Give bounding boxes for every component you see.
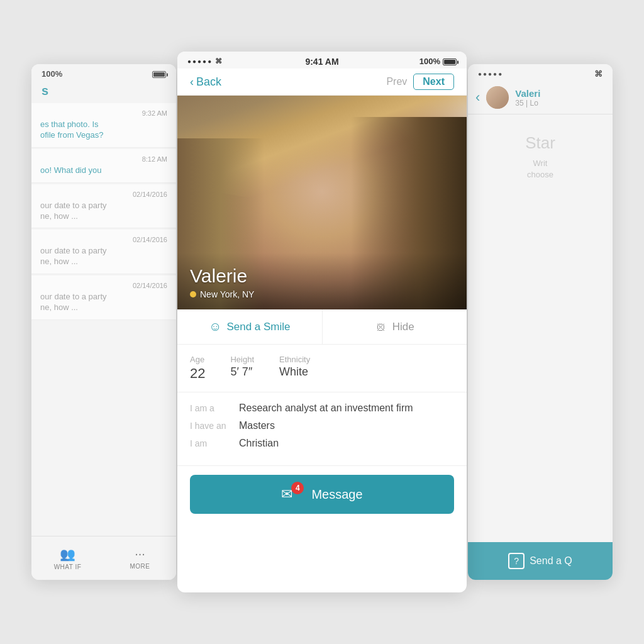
- list-item[interactable]: 8:12 AM oo! What did you: [31, 149, 176, 183]
- center-battery-label: 100%: [419, 57, 440, 66]
- height-value: 5′ 7″: [230, 365, 254, 379]
- message-text: our date to a partyne, how ...: [40, 292, 167, 313]
- question-icon: ?: [508, 553, 525, 569]
- wifi-icon: ⌘: [215, 57, 222, 65]
- center-time: 9:41 AM: [305, 57, 338, 67]
- left-battery-label: 100%: [42, 69, 62, 79]
- people-icon: 👥: [60, 547, 75, 562]
- start-sub: Writchoose: [527, 158, 553, 180]
- left-nav-title: s: [42, 84, 48, 98]
- ethnicity-label: Ethnicity: [279, 355, 310, 364]
- left-bottom-bar: 👥 WHAT IF ··· MORE: [31, 536, 176, 580]
- send-question-button[interactable]: ? Send a Q: [508, 553, 572, 569]
- details-row: Age 22 Height 5′ 7″ Ethnicity White: [190, 355, 454, 382]
- list-item[interactable]: 02/14/2016 our date to a partyne, how ..…: [31, 230, 176, 274]
- bio-value-occupation: Research analyst at an investment firm: [239, 402, 413, 414]
- hide-label: Hide: [392, 321, 414, 333]
- message-time: 8:12 AM: [40, 155, 167, 163]
- bio-label-education: I have an: [190, 421, 234, 431]
- age-label: Age: [190, 355, 205, 364]
- bio-value-religion: Christian: [239, 438, 279, 449]
- message-icon-wrap: ✉ 4: [281, 486, 305, 502]
- action-buttons: ☺ Send a Smile ⦻ Hide: [177, 309, 467, 345]
- ethnicity-value: White: [279, 365, 310, 379]
- send-question-label: Send a Q: [530, 555, 572, 567]
- profile-overlay: Valerie New York, NY: [177, 253, 467, 309]
- ethnicity-detail: Ethnicity White: [279, 355, 310, 382]
- message-text: oo! What did you: [40, 165, 167, 176]
- chevron-left-icon: ‹: [190, 75, 194, 89]
- age-detail: Age 22: [190, 355, 205, 382]
- center-signal: ●●●●● ⌘: [187, 57, 222, 65]
- right-user-info: Valeri 35 | Lo: [515, 88, 605, 108]
- start-title: Star: [525, 133, 555, 153]
- bio-value-education: Masters: [239, 420, 275, 431]
- bio-row-religion: I am Christian: [190, 438, 454, 449]
- right-wifi-icon: ⌘: [594, 69, 602, 79]
- right-status-bar: ●●●●● ⌘: [468, 64, 613, 81]
- list-item[interactable]: 9:32 AM es that photo. Isofile from Vega…: [31, 103, 176, 148]
- tab-what-if-label: WHAT IF: [54, 564, 82, 570]
- left-battery-icon: [152, 69, 166, 79]
- message-time: 02/14/2016: [40, 236, 167, 243]
- left-nav: s: [31, 81, 176, 103]
- center-battery-group: 100%: [419, 57, 457, 66]
- tab-more[interactable]: ··· MORE: [104, 547, 176, 570]
- right-back-button[interactable]: ‹: [475, 89, 480, 106]
- bio-label-occupation: I am a: [190, 403, 234, 413]
- message-button-container: ✉ 4 Message: [177, 466, 467, 523]
- bio-section: I am a Research analyst at an investment…: [177, 392, 467, 466]
- message-badge: 4: [291, 482, 304, 494]
- x-circle-icon: ⦻: [375, 319, 387, 334]
- smile-icon: ☺: [209, 319, 221, 334]
- more-icon: ···: [135, 547, 145, 561]
- center-nav: ‹ Back Prev Next: [177, 69, 467, 96]
- message-text: our date to a partyne, how ...: [40, 246, 167, 267]
- left-phone-screen: 100% s 9:32 AM es that photo. Isofile fr…: [31, 64, 176, 580]
- center-battery-icon: [443, 57, 457, 66]
- hide-button[interactable]: ⦻ Hide: [323, 309, 467, 344]
- list-item[interactable]: 02/14/2016 our date to a partyne, how ..…: [31, 184, 176, 229]
- prev-next-controls: Prev Next: [386, 74, 454, 90]
- profile-location: New York, NY: [190, 289, 454, 299]
- back-button[interactable]: ‹ Back: [190, 75, 221, 89]
- right-user-sub: 35 | Lo: [515, 99, 605, 108]
- next-button[interactable]: Next: [413, 74, 454, 90]
- profile-name: Valerie: [190, 265, 454, 287]
- height-detail: Height 5′ 7″: [230, 355, 254, 382]
- tab-what-if[interactable]: 👥 WHAT IF: [31, 547, 104, 570]
- right-chat-area: Star Writchoose: [468, 114, 613, 199]
- message-time: 02/14/2016: [40, 282, 167, 289]
- smile-label: Send a Smile: [226, 321, 290, 333]
- avatar: [486, 86, 509, 109]
- center-phone-screen: ●●●●● ⌘ 9:41 AM 100% ‹ Back Prev Next Va…: [177, 52, 467, 592]
- right-signal-dots: ●●●●●: [478, 70, 503, 77]
- bio-row-education: I have an Masters: [190, 420, 454, 431]
- back-label: Back: [196, 75, 221, 89]
- height-label: Height: [230, 355, 254, 364]
- message-text: our date to a partyne, how ...: [40, 201, 167, 222]
- send-smile-button[interactable]: ☺ Send a Smile: [177, 309, 323, 344]
- age-value: 22: [190, 365, 205, 382]
- location-text: New York, NY: [200, 289, 254, 299]
- prev-button[interactable]: Prev: [386, 76, 407, 87]
- profile-photo: Valerie New York, NY: [177, 96, 467, 309]
- right-phone-screen: ●●●●● ⌘ ‹ Valeri 35 | Lo Star Writchoose…: [468, 64, 613, 580]
- message-button[interactable]: ✉ 4 Message: [190, 475, 454, 514]
- message-list: 9:32 AM es that photo. Isofile from Vega…: [31, 103, 176, 321]
- left-status-bar: 100%: [31, 64, 176, 81]
- message-button-label: Message: [311, 487, 362, 502]
- right-bottom-bar: ? Send a Q: [468, 542, 613, 580]
- profile-details: Age 22 Height 5′ 7″ Ethnicity White: [177, 345, 467, 392]
- message-time: 02/14/2016: [40, 191, 167, 198]
- bio-row-occupation: I am a Research analyst at an investment…: [190, 402, 454, 414]
- signal-dots: ●●●●●: [187, 58, 213, 65]
- center-status-bar: ●●●●● ⌘ 9:41 AM 100%: [177, 52, 467, 69]
- tab-more-label: MORE: [130, 563, 150, 570]
- right-user-name: Valeri: [515, 88, 605, 99]
- bio-label-religion: I am: [190, 438, 234, 448]
- location-dot: [190, 291, 196, 297]
- list-item[interactable]: 02/14/2016 our date to a partyne, how ..…: [31, 275, 176, 320]
- message-text: es that photo. Isofile from Vegas?: [40, 119, 167, 141]
- message-time: 9:32 AM: [40, 109, 167, 117]
